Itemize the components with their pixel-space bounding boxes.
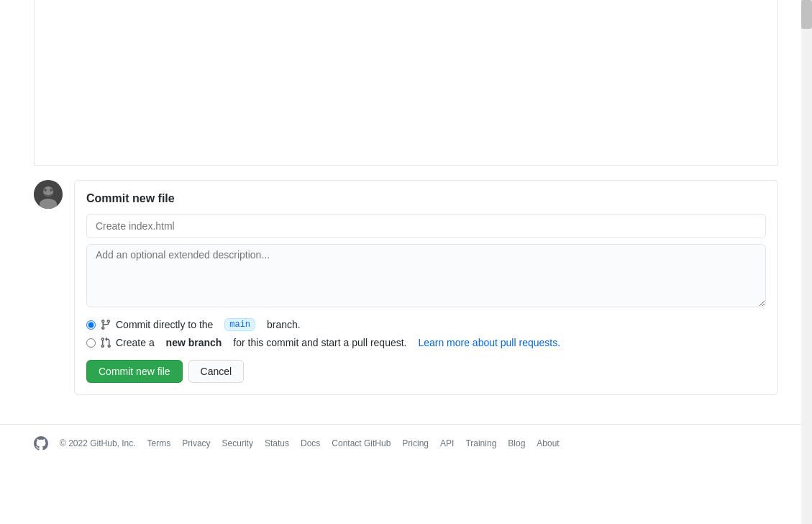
commit-description-textarea[interactable]: [86, 244, 766, 307]
commit-box: Commit new file Commit directly to the m…: [74, 180, 778, 395]
scrollbar-thumb[interactable]: [801, 0, 812, 29]
commit-buttons: Commit new file Cancel: [86, 360, 766, 383]
footer-link-privacy[interactable]: Privacy: [182, 438, 210, 448]
radio-options: Commit directly to the main branch. Crea…: [86, 318, 766, 348]
radio-direct-label-prefix: Commit directly to the: [116, 319, 213, 330]
github-logo-icon: [34, 436, 48, 451]
footer-link-blog[interactable]: Blog: [508, 438, 525, 448]
footer-copyright: © 2022 GitHub, Inc.: [60, 438, 136, 448]
footer-link-terms[interactable]: Terms: [147, 438, 171, 448]
learn-more-link[interactable]: Learn more about pull requests.: [418, 337, 560, 348]
footer-link-pricing[interactable]: Pricing: [402, 438, 429, 448]
radio-direct-option[interactable]: Commit directly to the main branch.: [86, 318, 766, 331]
commit-icon: [100, 319, 111, 330]
svg-point-4: [50, 189, 53, 191]
footer-link-api[interactable]: API: [440, 438, 454, 448]
editor-area: [34, 0, 778, 166]
commit-new-file-button[interactable]: Commit new file: [86, 360, 183, 383]
radio-new-branch-input[interactable]: [86, 338, 96, 348]
scrollbar[interactable]: [801, 0, 812, 462]
svg-point-3: [44, 189, 47, 191]
page-wrapper: Commit new file Commit directly to the m…: [0, 0, 812, 462]
footer-link-contact-github[interactable]: Contact GitHub: [332, 438, 391, 448]
footer-link-training[interactable]: Training: [465, 438, 496, 448]
avatar: [34, 180, 63, 209]
cancel-button[interactable]: Cancel: [188, 360, 245, 383]
radio-direct-label-suffix: branch.: [267, 319, 301, 330]
radio-new-branch-middle: for this commit and start a pull request…: [233, 337, 406, 348]
radio-new-branch-option[interactable]: Create a new branch for this commit and …: [86, 337, 766, 348]
footer-link-status[interactable]: Status: [265, 438, 289, 448]
main-branch-badge: main: [224, 318, 255, 331]
footer-link-docs[interactable]: Docs: [301, 438, 320, 448]
footer: © 2022 GitHub, Inc. Terms Privacy Securi…: [0, 424, 812, 462]
radio-direct-input[interactable]: [86, 320, 96, 330]
footer-links: Terms Privacy Security Status Docs Conta…: [147, 438, 560, 448]
pr-icon: [100, 337, 111, 348]
footer-logo: [34, 436, 48, 451]
commit-message-input[interactable]: [86, 214, 766, 238]
radio-new-branch-prefix: Create a: [116, 337, 155, 348]
footer-link-security[interactable]: Security: [222, 438, 253, 448]
commit-section: Commit new file Commit directly to the m…: [34, 180, 778, 395]
new-branch-bold: new branch: [166, 337, 222, 348]
footer-link-about[interactable]: About: [537, 438, 559, 448]
commit-section-title: Commit new file: [86, 192, 766, 205]
